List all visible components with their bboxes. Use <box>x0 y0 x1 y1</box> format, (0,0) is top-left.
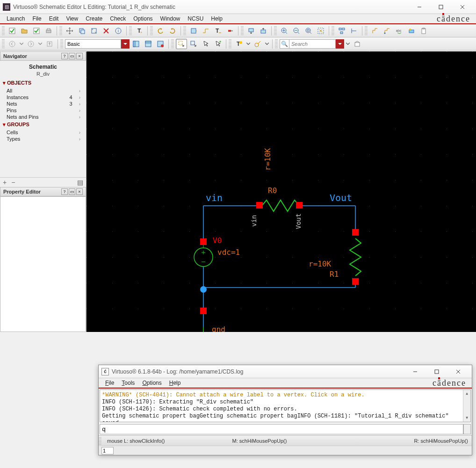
ciw-menu-help[interactable]: Help <box>166 379 185 387</box>
undo-button[interactable] <box>155 26 166 36</box>
nav-section-objects[interactable]: OBJECTS <box>0 79 86 87</box>
move-button[interactable] <box>64 26 75 36</box>
zoom-select-button[interactable] <box>315 26 326 36</box>
navigator-close-icon[interactable]: × <box>76 53 83 59</box>
print-button[interactable] <box>43 26 54 36</box>
highlight-button[interactable] <box>406 26 417 36</box>
ciw-log[interactable]: *WARNING* (SCH-4041): Cannot attach a wi… <box>100 389 471 422</box>
nav-row-all[interactable]: All› <box>0 87 86 94</box>
probe-button[interactable] <box>252 39 263 49</box>
zoom-out-button[interactable] <box>291 26 302 36</box>
ciw-menu-options[interactable]: Options <box>138 379 165 387</box>
copy-button[interactable] <box>76 26 87 36</box>
propeditor-undock-icon[interactable]: ▭ <box>69 188 75 195</box>
probe-dd[interactable] <box>264 39 270 49</box>
annotate-button[interactable]: T <box>233 39 245 49</box>
menu-help[interactable]: Help <box>207 14 226 23</box>
menu-create[interactable]: Create <box>82 14 106 23</box>
ciw-menu-tools[interactable]: Tools <box>118 379 138 387</box>
propeditor-help-icon[interactable]: ? <box>61 188 68 195</box>
search-input[interactable] <box>289 39 336 49</box>
close-button[interactable] <box>452 0 473 14</box>
menu-file[interactable]: File <box>29 14 45 23</box>
menu-window[interactable]: Window <box>157 14 184 23</box>
nav-section-groups[interactable]: GROUPS <box>0 120 86 129</box>
ciw-minimize-button[interactable] <box>404 365 426 379</box>
zoom-fit-button[interactable] <box>303 26 314 36</box>
save-button[interactable] <box>31 26 42 36</box>
nav-row-netspins[interactable]: Nets and Pins› <box>0 114 86 120</box>
net-tool-button[interactable] <box>348 26 360 36</box>
ciw-window[interactable]: ć Virtuoso® 6.1.8-64b - Log: /home/yamam… <box>98 365 472 455</box>
redo-button[interactable] <box>167 26 178 36</box>
navigator-undock-icon[interactable]: ▭ <box>69 53 75 59</box>
wire-button[interactable] <box>200 26 211 36</box>
search-dd[interactable] <box>336 39 344 49</box>
select-partial-button[interactable] <box>188 39 199 49</box>
menu-edit[interactable]: Edit <box>45 14 63 23</box>
search-recent-button[interactable] <box>352 39 363 49</box>
nav-row-nets[interactable]: Nets3› <box>0 101 86 107</box>
abc-button[interactable]: abc <box>394 26 405 36</box>
ciw-maximize-button[interactable] <box>426 365 447 379</box>
scroll-up-icon[interactable]: ▴ <box>463 390 470 397</box>
propeditor-close-icon[interactable]: × <box>76 188 83 195</box>
nav-row-pins[interactable]: Pins› <box>0 107 86 114</box>
nav-list-icon[interactable]: ▤ <box>77 179 83 186</box>
cursor-plus-button[interactable] <box>212 39 224 49</box>
nav-row-cells[interactable]: Cells› <box>0 129 86 136</box>
ciw-close-button[interactable] <box>447 365 469 379</box>
cursor-button[interactable] <box>200 39 211 49</box>
open-button[interactable] <box>19 26 30 36</box>
delete-button[interactable] <box>101 26 112 36</box>
workspace-combo[interactable] <box>65 39 130 49</box>
hierarchy-button[interactable] <box>336 26 347 36</box>
layout-button-1[interactable] <box>130 39 142 49</box>
descend-button[interactable] <box>245 26 257 36</box>
nav-remove-icon[interactable]: − <box>11 179 15 186</box>
workspace-dd-icon[interactable] <box>121 39 130 49</box>
stretch-button[interactable] <box>88 26 100 36</box>
zoom-in-button[interactable] <box>279 26 290 36</box>
wire-name-button[interactable]: T <box>212 26 224 36</box>
layout-del-button[interactable] <box>155 39 166 49</box>
select-full-button[interactable] <box>176 39 187 49</box>
ciw-command-input[interactable] <box>100 424 463 434</box>
menu-ncsu[interactable]: NCSU <box>184 14 207 23</box>
clipboard-button[interactable] <box>418 26 429 36</box>
scroll-down-icon[interactable]: ▾ <box>463 414 470 422</box>
nav-fwd-button[interactable] <box>25 39 36 49</box>
ciw-input-side[interactable] <box>463 424 471 434</box>
return-button[interactable] <box>258 26 269 36</box>
ciw-scrollbar[interactable]: ▴ ▾ <box>463 390 470 422</box>
nav-back-button[interactable] <box>7 39 18 49</box>
nav-dd2-button[interactable] <box>37 39 43 49</box>
ciw-menu-file[interactable]: File <box>101 379 118 387</box>
menu-check[interactable]: Check <box>106 14 130 23</box>
menu-launch[interactable]: Launch <box>3 14 29 23</box>
menu-options[interactable]: Options <box>130 14 156 23</box>
instance-button[interactable] <box>188 26 199 36</box>
nav-add-icon[interactable]: + <box>3 179 7 186</box>
route-button[interactable] <box>369 26 381 36</box>
minimize-button[interactable] <box>409 0 430 14</box>
route2-button[interactable] <box>382 26 393 36</box>
navigator-help-icon[interactable]: ? <box>61 53 68 59</box>
maximize-button[interactable] <box>430 0 452 14</box>
nav-dd-button[interactable] <box>19 39 24 49</box>
nav-row-instances[interactable]: Instances4› <box>0 94 86 101</box>
pin-button[interactable] <box>224 26 236 36</box>
nav-row-types[interactable]: Types› <box>0 136 86 142</box>
check-save-button[interactable] <box>7 26 18 36</box>
nav-up-button[interactable] <box>44 39 55 49</box>
properties-button[interactable]: i <box>113 26 124 36</box>
menu-view[interactable]: View <box>62 14 82 23</box>
layout-button-2[interactable] <box>143 39 154 49</box>
search-opts-dd[interactable] <box>345 39 351 49</box>
workspace-input[interactable] <box>65 39 121 49</box>
search-combo[interactable]: 🔍 <box>280 39 344 49</box>
schematic-canvas[interactable]: R0 r=10K R1 r=10K V0 <box>87 51 476 332</box>
annotate-dd[interactable] <box>245 39 251 49</box>
add-text-button[interactable]: T+ <box>134 26 145 36</box>
ciw-line-number[interactable] <box>101 447 114 454</box>
